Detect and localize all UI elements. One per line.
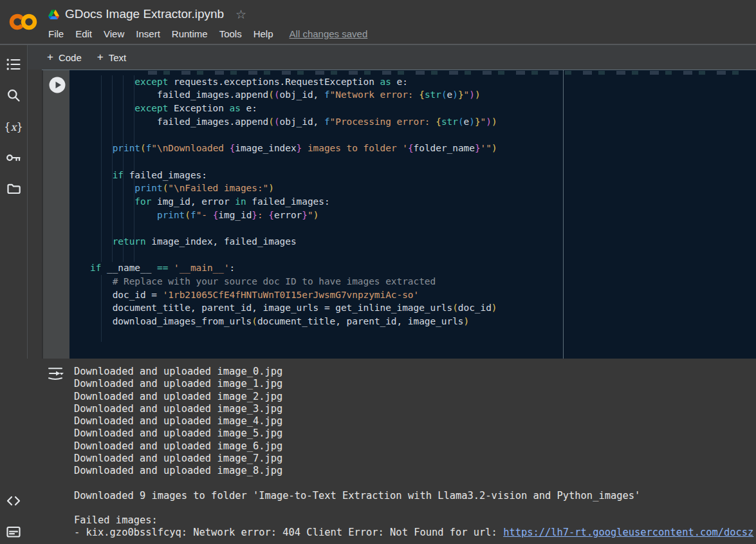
code-line: failed_images.append((obj_id, f"Network …	[90, 88, 756, 102]
menu-item-file[interactable]: File	[42, 27, 69, 41]
code-line: document_title, parent_id, image_urls = …	[90, 301, 756, 315]
output-line: Downloaded and uploaded image_4.jpg	[74, 415, 756, 427]
code-line	[90, 155, 756, 169]
output-line: Downloaded and uploaded image_8.jpg	[74, 465, 756, 477]
add-text-label: Text	[109, 52, 127, 63]
table-of-contents-icon[interactable]	[0, 55, 27, 73]
code-line: print(f"\nDownloaded {image_index} image…	[90, 142, 756, 155]
add-text-button[interactable]: + Text	[97, 51, 126, 64]
code-line: doc_id = '1rb21065CfE4fHNTuWnT0I15erJwsm…	[90, 288, 756, 302]
star-outline-icon[interactable]: ☆	[235, 8, 246, 21]
output-icon[interactable]	[47, 366, 64, 380]
output-text: Downloaded and uploaded image_0.jpgDownl…	[74, 366, 756, 539]
plus-icon: +	[47, 51, 53, 64]
code-line	[90, 70, 756, 75]
run-cell-button[interactable]	[49, 77, 66, 93]
secrets-key-icon[interactable]	[0, 149, 27, 167]
code-line: except requests.exceptions.RequestExcept…	[90, 75, 756, 89]
output-line: Failed images:	[74, 514, 756, 527]
output-line: Downloaded and uploaded image_2.jpg	[74, 391, 756, 403]
plus-icon: +	[97, 51, 104, 64]
code-line: failed_images.append((obj_id, f"Processi…	[90, 115, 756, 129]
code-line: print("\nFailed images:")	[90, 182, 756, 195]
menu-item-view[interactable]: View	[98, 27, 130, 41]
menu-item-runtime[interactable]: Runtime	[166, 27, 214, 41]
menu-item-tools[interactable]: Tools	[214, 27, 248, 41]
code-editor[interactable]: except requests.exceptions.RequestExcept…	[69, 70, 756, 359]
cell-output: Downloaded and uploaded image_0.jpgDownl…	[27, 359, 756, 544]
app-header: GDocs Image Extractor.ipynb ☆ FileEditVi…	[0, 0, 756, 45]
output-line: - kix.gzo0bsslfcyq: Network error: 404 C…	[74, 527, 756, 539]
code-cell: except requests.exceptions.RequestExcept…	[42, 70, 756, 359]
code-line: download_images_from_urls(document_title…	[90, 315, 756, 328]
menu-item-edit[interactable]: Edit	[69, 27, 98, 41]
output-line: Downloaded and uploaded image_3.jpg	[74, 403, 756, 415]
save-status[interactable]: All changes saved	[290, 28, 368, 39]
cell-toolbar: + Code + Text	[27, 45, 756, 70]
code-snippets-icon[interactable]	[0, 492, 27, 510]
notebook-title[interactable]: GDocs Image Extractor.ipynb	[65, 7, 224, 21]
output-line	[74, 477, 756, 489]
code-line: # Replace with your source doc ID to hav…	[90, 275, 756, 288]
add-code-label: Code	[59, 52, 82, 63]
code-line: for img_id, error in failed_images:	[90, 195, 756, 209]
output-line: Downloaded and uploaded image_5.jpg	[74, 427, 756, 440]
output-line: Downloaded and uploaded image_0.jpg	[74, 366, 756, 378]
variables-icon[interactable]: {x}	[0, 118, 27, 136]
code-line: if failed_images:	[90, 169, 756, 182]
terminal-icon[interactable]	[0, 523, 27, 541]
code-line	[90, 221, 756, 235]
output-line: Downloaded and uploaded image_1.jpg	[74, 378, 756, 390]
code-line: except Exception as e:	[90, 102, 756, 115]
colab-logo-icon[interactable]	[8, 10, 39, 33]
menu-item-help[interactable]: Help	[248, 27, 279, 41]
add-code-button[interactable]: + Code	[47, 51, 82, 64]
failed-image-url-link[interactable]: https://lh7-rt.googleusercontent.com/doc…	[503, 527, 753, 538]
code-line: if __name__ == '__main__':	[90, 261, 756, 275]
output-line	[74, 502, 756, 514]
output-line: Downloaded 9 images to folder 'Image-to-…	[74, 490, 756, 502]
code-line	[90, 128, 756, 142]
files-folder-icon[interactable]	[0, 180, 27, 198]
menubar: FileEditViewInsertRuntimeToolsHelpAll ch…	[42, 26, 367, 41]
code-line: print(f"- {img_id}: {error}")	[90, 209, 756, 222]
cell-gutter	[42, 70, 69, 359]
output-line: Downloaded and uploaded image_7.jpg	[74, 453, 756, 465]
menu-item-insert[interactable]: Insert	[130, 27, 166, 41]
search-icon[interactable]	[0, 86, 27, 104]
code-line	[90, 249, 756, 262]
code-lines: except requests.exceptions.RequestExcept…	[69, 70, 756, 328]
output-line: Downloaded and uploaded image_6.jpg	[74, 440, 756, 453]
code-line: return image_index, failed_images	[90, 235, 756, 249]
left-sidebar: {x}	[0, 45, 28, 544]
google-drive-icon	[48, 10, 59, 19]
